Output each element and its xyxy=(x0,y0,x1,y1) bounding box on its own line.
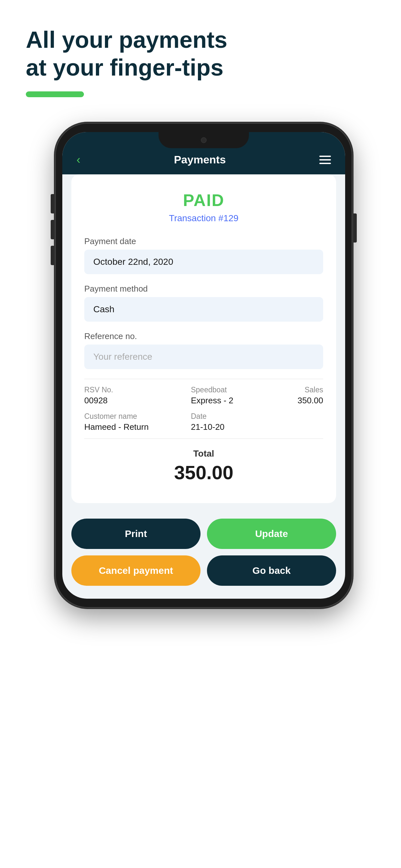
booking-date-value: 21-10-20 xyxy=(191,422,288,432)
speedboat-value: Express - 2 xyxy=(191,396,288,406)
menu-line-1 xyxy=(319,156,331,157)
reference-label: Reference no. xyxy=(84,331,323,341)
transaction-id: Transaction #129 xyxy=(84,213,323,223)
total-section: Total 350.00 xyxy=(84,448,323,484)
screen-content: PAID Transaction #129 Payment date Octob… xyxy=(71,175,336,503)
action-buttons: Print Update Cancel payment Go back xyxy=(62,512,345,599)
customer-group: Customer name Hameed - Return xyxy=(84,412,181,432)
rsv-label: RSV No. xyxy=(84,385,181,394)
divider-top xyxy=(84,379,323,379)
phone-frame: ‹ Payments PAID Transaction #129 Payment… xyxy=(55,123,352,608)
header-section: All your payments at your finger-tips xyxy=(26,26,382,97)
reference-input[interactable]: Your reference xyxy=(84,345,323,369)
sales-label: Sales xyxy=(305,385,323,394)
back-button[interactable]: ‹ xyxy=(76,153,81,166)
total-label: Total xyxy=(84,448,323,459)
payment-date-label: Payment date xyxy=(84,237,323,246)
rsv-group: RSV No. 00928 xyxy=(84,385,181,406)
page-heading: All your payments at your finger-tips xyxy=(26,26,382,82)
rsv-value: 00928 xyxy=(84,396,181,406)
update-button[interactable]: Update xyxy=(207,519,336,549)
phone-notch xyxy=(158,132,249,148)
payment-status: PAID xyxy=(84,190,323,210)
speedboat-group: Speedboat Express - 2 xyxy=(191,385,288,406)
payment-method-label: Payment method xyxy=(84,284,323,294)
print-button[interactable]: Print xyxy=(71,519,201,549)
date-group: Date 21-10-20 xyxy=(191,412,288,432)
speedboat-label: Speedboat xyxy=(191,385,288,394)
customer-label: Customer name xyxy=(84,412,181,421)
menu-line-3 xyxy=(319,163,331,164)
payment-date-value: October 22nd, 2020 xyxy=(84,250,323,274)
green-accent-bar xyxy=(26,91,84,97)
menu-button[interactable] xyxy=(319,156,331,164)
cancel-payment-button[interactable]: Cancel payment xyxy=(71,555,201,586)
total-amount: 350.00 xyxy=(84,461,323,484)
sales-value: 350.00 xyxy=(297,396,323,406)
customer-value: Hameed - Return xyxy=(84,422,181,432)
phone-wrapper: ‹ Payments PAID Transaction #129 Payment… xyxy=(42,123,365,608)
divider-bottom xyxy=(84,438,323,439)
camera xyxy=(201,137,207,143)
nav-title: Payments xyxy=(174,153,226,166)
phone-screen: ‹ Payments PAID Transaction #129 Payment… xyxy=(62,132,345,599)
booking-date-label: Date xyxy=(191,412,288,421)
payment-method-value: Cash xyxy=(84,297,323,321)
booking-details: RSV No. 00928 Speedboat Express - 2 Sale… xyxy=(84,385,323,432)
menu-line-2 xyxy=(319,159,331,160)
sales-group: Sales 350.00 xyxy=(297,385,323,406)
go-back-button[interactable]: Go back xyxy=(207,555,336,586)
